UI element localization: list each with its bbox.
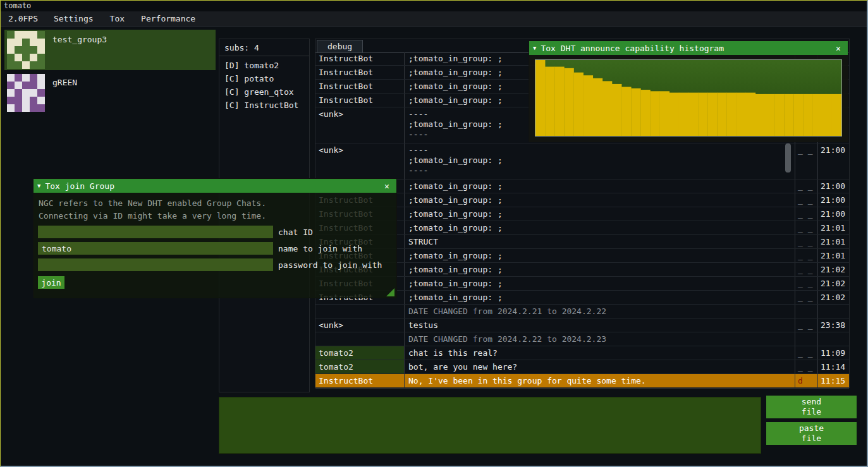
sender-name: tomato2 (315, 346, 404, 360)
sender-name: InstructBot (315, 94, 404, 107)
histogram-window-title: Tox DHT announce capability histogram (541, 44, 724, 53)
menu-item-tox[interactable]: Tox (102, 11, 133, 26)
message-flags: _ _ (795, 179, 817, 193)
collapse-arrow-icon[interactable]: ▼ (37, 183, 40, 189)
sender-name: <unk> (315, 143, 404, 179)
message-text: ;tomato_in_group: ; (404, 249, 795, 262)
message-flags: _ _ (795, 221, 817, 234)
message-flags: _ _ (795, 207, 817, 221)
app-window: tomato 2.0FPS SettingsToxPerformance tes… (0, 0, 868, 467)
group-name: test_group3 (52, 35, 107, 44)
join-input-name-to-join-with[interactable] (38, 242, 273, 255)
member-list-item[interactable]: [C] green_qtox (219, 85, 309, 99)
message-time: 21:01 (817, 249, 849, 262)
sender-name: InstructBot (315, 52, 404, 65)
message-flags: _ _ (795, 263, 817, 276)
close-icon[interactable]: ✕ (381, 181, 393, 191)
member-list-item[interactable]: [C] InstructBot (219, 99, 309, 112)
message-row[interactable]: tomato2chat is this real?_ _11:09 (315, 346, 849, 360)
join-field-row: password to join with (38, 258, 396, 271)
paste-file-button[interactable]: paste file (766, 422, 857, 445)
message-time: 23:38 (817, 318, 849, 332)
message-text: ;tomato_in_group: ; (404, 193, 795, 207)
message-input[interactable] (219, 397, 761, 454)
message-time: 21:00 (817, 143, 849, 179)
message-text: testus (404, 318, 795, 332)
message-text: DATE CHANGED from 2024.2.21 to 2024.2.22 (404, 305, 795, 318)
message-flags: _ _ (795, 193, 817, 207)
fps-counter: 2.0FPS (1, 14, 46, 23)
group-list: test_group3gREEN (4, 30, 216, 116)
sender-name: <unk> (315, 318, 404, 332)
menubar: 2.0FPS SettingsToxPerformance (1, 11, 867, 27)
group-avatar (7, 74, 45, 112)
message-time: 11:15 (817, 374, 849, 387)
message-flags: _ _ (795, 277, 817, 290)
message-text: STRUCT (404, 235, 795, 248)
message-time: 21:02 (817, 277, 849, 290)
message-time: 21:01 (817, 235, 849, 248)
join-fields: chat IDname to join withpassword to join… (34, 226, 396, 271)
message-text: ;tomato_in_group: ; (404, 207, 795, 221)
message-time: 21:00 (817, 193, 849, 207)
join-window-titlebar[interactable]: ▼ Tox join Group ✕ (34, 179, 396, 193)
titlebar: tomato (1, 1, 867, 11)
histogram-plot (535, 59, 842, 136)
join-button[interactable]: join (38, 276, 64, 289)
window-title: tomato (4, 1, 31, 10)
sender-name (315, 332, 404, 346)
join-group-window: ▼ Tox join Group ✕ NGC refers to the New… (33, 178, 397, 298)
message-flags (795, 305, 817, 318)
message-flags: _ _ (795, 249, 817, 262)
message-time: 11:14 (817, 360, 849, 373)
group-avatar (7, 31, 45, 69)
message-row[interactable]: tomato2bot, are you new here?_ _11:14 (315, 360, 849, 374)
join-input-password-to-join-with[interactable] (38, 258, 273, 271)
member-list-item[interactable]: [C] potato (219, 72, 309, 85)
histogram-window-body (529, 55, 848, 142)
join-field-label: password to join with (278, 260, 382, 270)
member-list: [D] tomato2[C] potato[C] green_qtox[C] I… (219, 56, 309, 112)
message-time: 21:02 (817, 263, 849, 276)
join-field-label: name to join with (278, 244, 362, 253)
message-text: chat is this real? (404, 346, 795, 360)
message-text: ;tomato_in_group: ; (404, 179, 795, 193)
group-name: gREEN (52, 78, 77, 87)
join-description-line2: Connecting via ID might take a very long… (34, 209, 396, 222)
message-text: ;tomato_in_group: ; (404, 263, 795, 276)
sidebar-item-gREEN[interactable]: gREEN (4, 73, 216, 113)
message-text: No, I've been in this group for quite so… (404, 374, 795, 387)
message-flags (795, 332, 817, 346)
message-flags: _ _ (795, 318, 817, 332)
chat-scrollbar-thumb[interactable] (785, 143, 791, 173)
message-time: 21:00 (817, 179, 849, 193)
message-flags: _ _ (795, 360, 817, 373)
histogram-series (535, 60, 841, 136)
message-time: 21:02 (817, 291, 849, 304)
join-input-chat-ID[interactable] (38, 226, 273, 238)
sender-name (315, 305, 404, 318)
message-row[interactable]: <unk>---- ;tomato_in_group: ; ----_ _21:… (315, 143, 849, 179)
message-text: ;tomato_in_group: ; (404, 277, 795, 290)
menu-item-performance[interactable]: Performance (133, 11, 204, 26)
message-text: DATE CHANGED from 2024.2.22 to 2024.2.23 (404, 332, 795, 346)
sender-name: InstructBot (315, 374, 404, 387)
sidebar-item-test_group3[interactable]: test_group3 (4, 30, 216, 70)
message-row[interactable]: InstructBotNo, I've been in this group f… (315, 374, 849, 388)
system-row: DATE CHANGED from 2024.2.22 to 2024.2.23 (315, 332, 849, 346)
message-flags: _ _ (795, 143, 817, 179)
menu-item-settings[interactable]: Settings (46, 11, 102, 26)
member-list-item[interactable]: [D] tomato2 (219, 59, 309, 72)
resize-grip-icon[interactable] (386, 288, 394, 296)
send-file-button[interactable]: send file (766, 396, 857, 418)
message-text: ---- ;tomato_in_group: ; ---- (404, 143, 795, 179)
join-field-row: chat ID (38, 226, 396, 238)
message-flags: d (795, 374, 817, 387)
close-icon[interactable]: ✕ (833, 44, 844, 53)
message-text: bot, are you new here? (404, 360, 795, 373)
tab-debug[interactable]: debug (317, 40, 363, 52)
message-row[interactable]: <unk>testus_ _23:38 (315, 318, 849, 332)
join-field-label: chat ID (278, 227, 313, 237)
collapse-arrow-icon[interactable]: ▼ (533, 45, 536, 51)
histogram-window-titlebar[interactable]: ▼ Tox DHT announce capability histogram … (529, 41, 848, 55)
